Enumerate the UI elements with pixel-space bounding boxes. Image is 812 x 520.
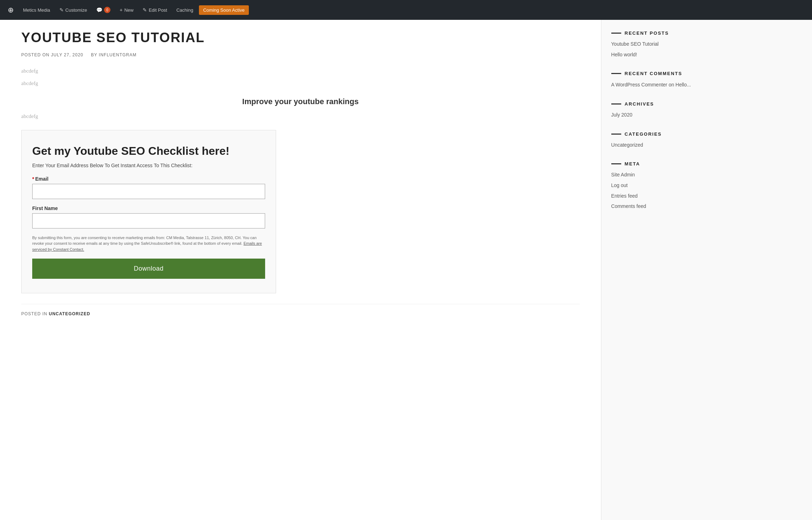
caching-label: Caching: [176, 7, 193, 13]
firstname-label: First Name: [32, 205, 265, 211]
admin-bar: ⊕ Metics Media ✎ Customize 💬 0 + New ✎ E…: [0, 0, 812, 20]
post-footer: POSTED IN UNCATEGORIZED: [21, 304, 580, 316]
comments-count: 0: [104, 7, 110, 13]
coming-soon-label: Coming Soon Active: [203, 7, 245, 13]
comments-item[interactable]: 💬 0: [93, 5, 114, 15]
new-item[interactable]: + New: [116, 5, 137, 15]
edit-post-item[interactable]: ✎ Edit Post: [139, 5, 171, 15]
comments-icon: 💬: [96, 7, 102, 13]
email-input[interactable]: [32, 184, 265, 199]
firstname-input[interactable]: [32, 213, 265, 228]
download-button[interactable]: Download: [32, 259, 265, 279]
recent-post-2[interactable]: Hello world!: [611, 51, 802, 58]
post-author: BY INFLUENTGRAM: [91, 52, 137, 57]
categories-section: CATEGORIES Uncategorized: [611, 131, 802, 149]
edit-icon: ✎: [143, 7, 147, 13]
new-icon: +: [120, 7, 122, 13]
post-para-3: abcdefg: [21, 113, 580, 119]
archives-section: ARCHIVES July 2020: [611, 101, 802, 119]
customize-label: Customize: [65, 7, 87, 13]
archives-heading: ARCHIVES: [611, 101, 802, 107]
customize-item[interactable]: ✎ Customize: [56, 5, 91, 15]
post-footer-text: POSTED IN: [21, 311, 47, 316]
post-para-2: abcdefg: [21, 80, 580, 86]
recent-posts-section: RECENT POSTS Youtube SEO Tutorial Hello …: [611, 30, 802, 58]
main-content: YOUTUBE SEO TUTORIAL POSTED ON JULY 27, …: [0, 20, 601, 520]
coming-soon-button[interactable]: Coming Soon Active: [199, 5, 249, 15]
caching-item[interactable]: Caching: [173, 5, 197, 15]
site-name-label: Metics Media: [23, 7, 50, 13]
sidebar: RECENT POSTS Youtube SEO Tutorial Hello …: [601, 20, 812, 520]
post-para-1: abcdefg: [21, 68, 580, 74]
edit-post-label: Edit Post: [149, 7, 167, 13]
categories-heading: CATEGORIES: [611, 131, 802, 137]
page-wrapper: YOUTUBE SEO TUTORIAL POSTED ON JULY 27, …: [0, 20, 812, 520]
checklist-form-section: Get my Youtube SEO Checklist here! Enter…: [21, 130, 276, 294]
post-title: YOUTUBE SEO TUTORIAL: [21, 30, 580, 45]
email-label: *Email: [32, 176, 265, 182]
form-title: Get my Youtube SEO Checklist here!: [32, 145, 265, 158]
wp-logo-icon: ⊕: [8, 6, 14, 14]
recent-comments-section: RECENT COMMENTS A WordPress Commenter on…: [611, 71, 802, 89]
category-link-1[interactable]: Uncategorized: [611, 142, 802, 149]
meta-log-out[interactable]: Log out: [611, 182, 802, 189]
new-label: New: [124, 7, 133, 13]
meta-section: META Site Admin Log out Entries feed Com…: [611, 161, 802, 210]
site-name-item[interactable]: Metics Media: [19, 5, 54, 15]
form-disclaimer: By submitting this form, you are consent…: [32, 235, 265, 253]
meta-comments-feed[interactable]: Comments feed: [611, 203, 802, 210]
archive-link-1[interactable]: July 2020: [611, 112, 802, 119]
recent-comments-heading: RECENT COMMENTS: [611, 71, 802, 76]
recent-posts-heading: RECENT POSTS: [611, 30, 802, 36]
post-body: abcdefg abcdefg Improve your youtube ran…: [21, 68, 580, 119]
meta-entries-feed[interactable]: Entries feed: [611, 193, 802, 200]
post-subheading: Improve your youtube rankings: [21, 97, 580, 106]
post-date: POSTED ON JULY 27, 2020: [21, 52, 83, 57]
required-star: *: [32, 176, 34, 182]
meta-site-admin[interactable]: Site Admin: [611, 171, 802, 179]
recent-post-1[interactable]: Youtube SEO Tutorial: [611, 41, 802, 48]
customize-icon: ✎: [59, 7, 64, 13]
recent-comment-1: A WordPress Commenter on Hello...: [611, 82, 691, 87]
form-subtitle: Enter Your Email Address Below To Get In…: [32, 163, 265, 168]
post-meta: POSTED ON JULY 27, 2020 BY INFLUENTGRAM: [21, 52, 580, 57]
meta-heading: META: [611, 161, 802, 166]
wp-logo-item[interactable]: ⊕: [4, 4, 17, 16]
post-category-link[interactable]: UNCATEGORIZED: [49, 311, 90, 316]
